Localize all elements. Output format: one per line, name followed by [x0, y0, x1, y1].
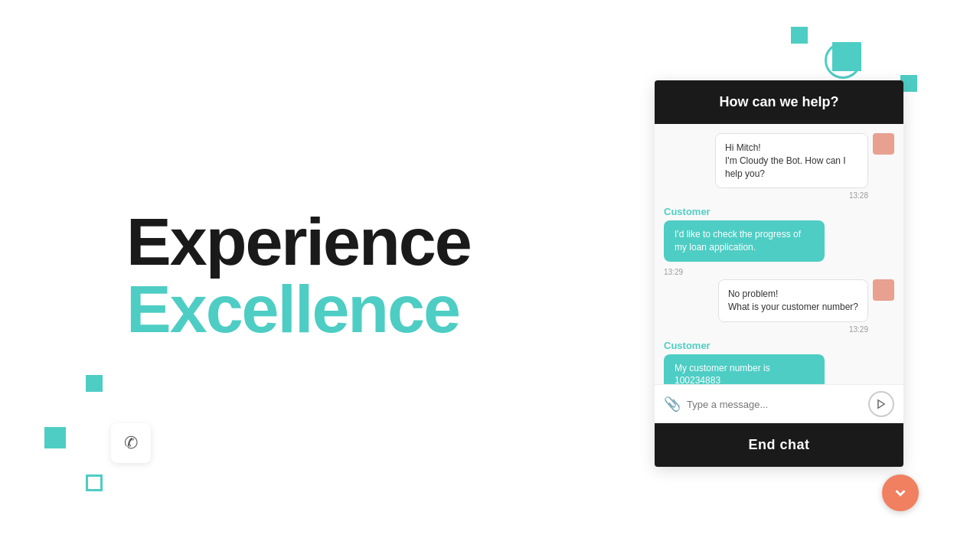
svg-marker-1: [878, 400, 884, 409]
chat-widget: How can we help? Hi Mitch!I'm Cloudy the…: [655, 80, 903, 467]
customer-label-2: Customer: [664, 340, 894, 351]
bot-message-2: No problem!What is your customer number?: [664, 279, 894, 322]
send-button[interactable]: [868, 391, 894, 417]
customer-bubble-1: I'd like to check the progress of my loa…: [664, 220, 825, 262]
chat-input[interactable]: [687, 399, 862, 410]
bot-avatar-2: [873, 279, 894, 301]
end-chat-button[interactable]: End chat: [655, 423, 903, 467]
bot-bubble-2: No problem!What is your customer number?: [718, 279, 868, 322]
chat-header: How can we help?: [655, 80, 903, 124]
customer-bubble-2: My customer number is 100234883: [664, 354, 825, 384]
attachment-icon[interactable]: 📎: [664, 396, 681, 412]
deco-sq1: [791, 27, 808, 44]
bot-avatar-1: [873, 133, 894, 155]
chat-input-area: 📎: [655, 384, 903, 423]
headline-experience: Experience: [126, 208, 536, 276]
hero-section: Experience Excellence: [0, 0, 536, 551]
phone-icon-container[interactable]: ✆: [111, 423, 151, 463]
timestamp-2: 13:29: [664, 268, 894, 276]
headline-excellence: Excellence: [126, 276, 536, 343]
timestamp-3: 13:29: [664, 325, 894, 334]
phone-icon: ✆: [124, 433, 138, 453]
customer-label-1: Customer: [664, 206, 894, 217]
timestamp-1: 13:28: [664, 191, 894, 200]
scroll-down-button[interactable]: [882, 474, 919, 511]
chat-messages[interactable]: Hi Mitch!I'm Cloudy the Bot. How can I h…: [655, 124, 903, 384]
clock-icon: [825, 42, 861, 79]
bot-message-1: Hi Mitch!I'm Cloudy the Bot. How can I h…: [664, 133, 894, 188]
bot-bubble-1: Hi Mitch!I'm Cloudy the Bot. How can I h…: [715, 133, 868, 188]
